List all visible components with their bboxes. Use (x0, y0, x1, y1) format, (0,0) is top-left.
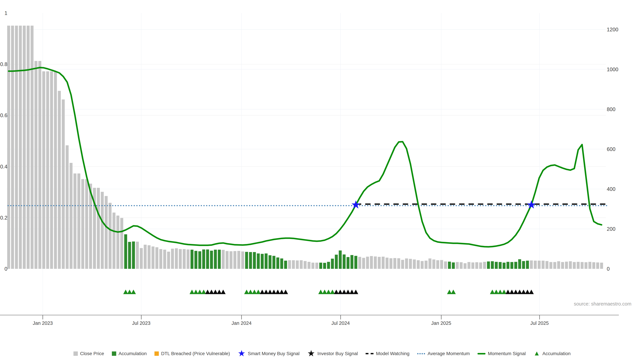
x-tick-label: Jan 2024 (232, 321, 252, 326)
green-line-icon (478, 353, 486, 355)
x-tick-label: Jan 2023 (33, 321, 53, 326)
legend-item-accumulation-triangle: ▲ Accumulation (534, 351, 571, 356)
legend-item-investor-buy: ★ Investor Buy Signal (307, 351, 358, 356)
left-axis-labels: 00.20.40.60.81 (0, 10, 8, 272)
legend-label: Smart Money Buy Signal (248, 351, 300, 356)
right-tick-label: 800 (607, 106, 616, 112)
left-tick-label: 0.6 (0, 112, 8, 118)
right-tick-label: 0 (607, 266, 610, 272)
right-tick-label: 600 (607, 146, 616, 152)
left-tick-label: 0.4 (0, 164, 8, 170)
legend-item-model-watching: Model Watching (366, 351, 410, 356)
legend-item-average-momentum: Average Momentum (417, 351, 470, 356)
x-tick-label: Jul 2025 (530, 321, 549, 326)
right-tick-label: 200 (607, 226, 616, 232)
left-tick-label: 1 (4, 10, 8, 16)
gridlines (7, 13, 606, 315)
left-tick-label: 0 (4, 266, 8, 272)
dtl-breached-swatch-icon (154, 352, 159, 356)
blue-dotted-line-icon (417, 353, 425, 354)
legend-label: Model Watching (376, 351, 410, 356)
legend-label: Accumulation (542, 351, 570, 356)
right-tick-label: 1200 (607, 27, 618, 32)
legend-label: Average Momentum (428, 351, 470, 356)
legend-label: Accumulation (118, 351, 147, 356)
black-dashed-line-icon (366, 353, 374, 354)
left-tick-label: 0.8 (0, 61, 8, 67)
chart-canvas: Jan 2023Jul 2023Jan 2024Jul 2024Jan 2025… (0, 0, 644, 362)
legend-label: DTL Breached (Price Vulnerable) (161, 351, 230, 356)
legend-item-momentum-signal: Momentum Signal (478, 351, 526, 356)
right-tick-label: 1000 (607, 66, 618, 72)
accumulation-swatch-icon (112, 352, 116, 356)
legend-item-close-price: Close Price (74, 351, 104, 356)
legend-item-accumulation-bar: Accumulation (112, 351, 147, 356)
accumulation-triangle-markers (123, 290, 506, 294)
close-price-swatch-icon (74, 352, 78, 356)
chart-page: Jan 2023Jul 2023Jan 2024Jul 2024Jan 2025… (0, 0, 644, 362)
legend-item-smart-money: ★ Smart Money Buy Signal (238, 351, 300, 356)
legend-label: Close Price (80, 351, 104, 356)
x-tick-label: Jul 2024 (332, 321, 350, 326)
legend-item-dtl-breached: DTL Breached (Price Vulnerable) (154, 351, 230, 356)
black-star-icon: ★ (307, 351, 315, 356)
chart-legend: Close Price Accumulation DTL Breached (P… (0, 351, 644, 356)
legend-label: Momentum Signal (488, 351, 526, 356)
right-axis-labels: 020040060080010001200 (607, 27, 618, 272)
legend-label: Investor Buy Signal (318, 351, 358, 356)
x-tick-label: Jul 2023 (132, 321, 150, 326)
x-axis: Jan 2023Jul 2023Jan 2024Jul 2024Jan 2025… (0, 315, 619, 326)
left-tick-label: 0.2 (0, 215, 8, 221)
close-price-bars (7, 26, 603, 269)
right-tick-label: 400 (607, 186, 616, 192)
x-tick-label: Jan 2025 (431, 321, 451, 326)
blue-star-icon: ★ (238, 351, 246, 356)
source-note: source: sharemaestro.com (574, 301, 632, 307)
green-triangle-icon: ▲ (534, 351, 540, 355)
